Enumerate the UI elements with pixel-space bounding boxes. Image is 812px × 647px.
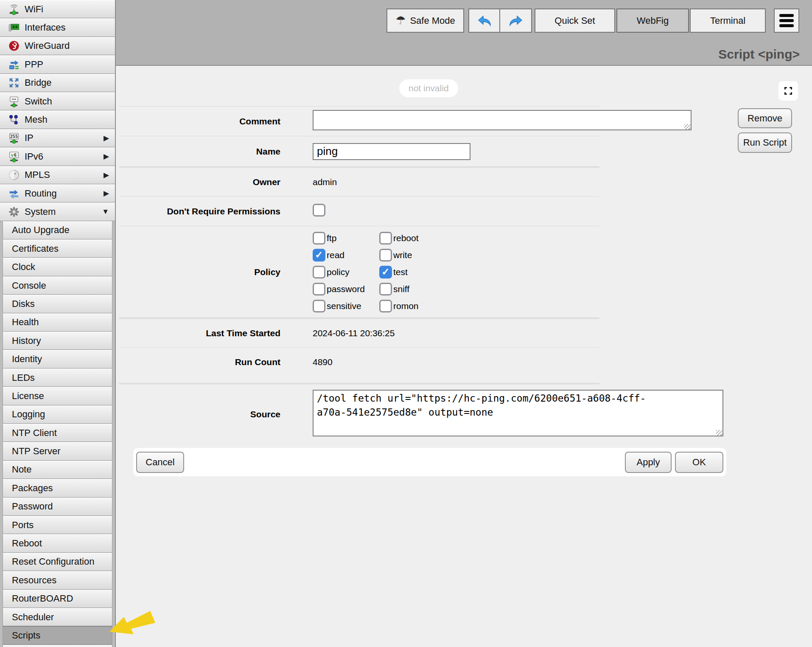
name-label: Name (119, 146, 280, 157)
terminal-button[interactable]: Terminal (690, 8, 766, 33)
form-button-bar: Cancel Apply OK (133, 448, 726, 476)
sidebar-item-logging[interactable]: Logging (3, 405, 112, 424)
remove-button[interactable]: Remove (738, 108, 792, 128)
sidebar-item-wireguard[interactable]: WireGuard (0, 37, 115, 55)
sidebar-item-bridge[interactable]: Bridge (0, 74, 115, 92)
sidebar-item-routerboard[interactable]: RouterBOARD (3, 590, 112, 608)
comment-row: Comment (119, 106, 599, 136)
dont-require-permissions-checkbox[interactable] (313, 204, 325, 217)
sidebar-item-label: Health (12, 317, 39, 328)
cancel-button[interactable]: Cancel (136, 452, 184, 473)
source-textarea[interactable]: /tool fetch url="https://hc-ping.com/620… (313, 390, 723, 436)
hamburger-icon (779, 14, 794, 17)
sidebar-item-packages[interactable]: Packages (3, 479, 112, 497)
sidebar-item-scheduler[interactable]: Scheduler (3, 608, 112, 626)
policy-option-reboot: reboot (379, 232, 419, 245)
webfig-button[interactable]: WebFig (616, 8, 689, 33)
sidebar-item-label: Scheduler (12, 612, 54, 623)
ok-label: OK (692, 457, 706, 468)
sidebar-item-routing[interactable]: Routing▶ (0, 184, 115, 203)
undo-button[interactable] (468, 8, 500, 33)
safe-mode-button[interactable]: ☂ Safe Mode (386, 8, 464, 33)
sidebar-item-ntp-server[interactable]: NTP Server (3, 442, 112, 460)
sidebar-item-reboot[interactable]: Reboot (3, 534, 112, 552)
ipv6-icon: v6 (8, 150, 20, 163)
sidebar-item-history[interactable]: History (3, 332, 112, 350)
undo-redo-group (468, 8, 532, 33)
ok-button[interactable]: OK (675, 452, 723, 473)
policy-option-ftp: ftp (313, 232, 379, 245)
sidebar-item-label: Console (12, 280, 46, 291)
sidebar-item-wifi[interactable]: WiFi (0, 0, 115, 18)
sidebar-item-mesh[interactable]: Mesh (0, 110, 115, 129)
policy-checkbox-write[interactable] (379, 249, 392, 262)
name-row: Name (119, 136, 599, 166)
policy-checkbox-romon[interactable] (379, 300, 392, 312)
sidebar-item-certificates[interactable]: Certificates (3, 239, 112, 258)
sidebar-item-clock[interactable]: Clock (3, 258, 112, 276)
policy-checkbox-ftp[interactable] (313, 232, 325, 245)
comment-textarea[interactable] (313, 110, 692, 130)
policy-checkbox-password[interactable] (313, 283, 325, 295)
sidebar-item-ppp[interactable]: PPP (0, 55, 115, 73)
chevron-right-icon: ▶ (104, 152, 109, 161)
run-script-button[interactable]: Run Script (738, 132, 792, 153)
policy-checkbox-sensitive[interactable] (313, 300, 325, 312)
sidebar-item-shutdown[interactable]: Shutdown (3, 645, 112, 647)
sidebar-item-health[interactable]: Health (3, 313, 112, 332)
sidebar-item-ipv6[interactable]: v6IPv6▶ (0, 147, 115, 166)
policy-checkbox-sniff[interactable] (379, 283, 392, 295)
page-title: Script <ping> (718, 47, 800, 62)
content: not invalid Remove Run Script Comment Na… (116, 66, 812, 647)
svg-text:255: 255 (10, 134, 18, 139)
sidebar-item-ip[interactable]: 255IP▶ (0, 129, 115, 147)
sidebar-item-label: Packages (12, 483, 53, 494)
fullscreen-button[interactable] (778, 81, 798, 101)
policy-option-sensitive: sensitive (313, 300, 379, 312)
owner-value: admin (280, 177, 337, 187)
policy-checkbox-reboot[interactable] (379, 232, 392, 245)
last-time-started-label: Last Time Started (119, 328, 280, 338)
sidebar-item-auto-upgrade[interactable]: Auto Upgrade (3, 221, 112, 239)
sidebar-item-note[interactable]: Note (3, 461, 112, 479)
sidebar-item-label: NTP Client (12, 428, 57, 439)
policy-checkbox-label: reboot (393, 233, 419, 243)
sidebar-item-ntp-client[interactable]: NTP Client (3, 424, 112, 442)
apply-button[interactable]: Apply (625, 452, 672, 473)
sidebar-item-scripts[interactable]: Scripts (3, 626, 112, 644)
status-badge: not invalid (399, 79, 458, 97)
policy-checkbox-policy[interactable] (313, 266, 325, 278)
sidebar-item-system[interactable]: System▼ (0, 203, 115, 221)
sidebar-item-disks[interactable]: Disks (3, 295, 112, 313)
remove-label: Remove (748, 113, 782, 124)
sidebar-item-resources[interactable]: Resources (3, 571, 112, 589)
redo-button[interactable] (500, 8, 532, 33)
sidebar-item-identity[interactable]: Identity (3, 350, 112, 368)
safe-mode-label: Safe Mode (410, 15, 455, 26)
hamburger-menu-button[interactable] (774, 8, 799, 33)
sidebar-item-label: Certificates (12, 243, 59, 254)
policy-checkbox-test[interactable] (379, 266, 392, 278)
sidebar-item-license[interactable]: License (3, 387, 112, 405)
sidebar-item-password[interactable]: Password (3, 498, 112, 516)
policy-checkbox-label: policy (327, 267, 350, 277)
sidebar-item-reset-configuration[interactable]: Reset Configuration (3, 553, 112, 571)
policy-checkbox-label: romon (393, 301, 419, 311)
name-input[interactable] (313, 143, 470, 160)
sidebar-item-label: IP (25, 132, 34, 143)
wifi-icon (8, 3, 20, 16)
source-label[interactable]: Source (119, 409, 280, 419)
sidebar-item-ports[interactable]: Ports (3, 516, 112, 534)
mpls-icon (8, 169, 20, 181)
sidebar-item-interfaces[interactable]: Interfaces (0, 18, 115, 37)
sidebar-item-switch[interactable]: Switch (0, 92, 115, 110)
sidebar-item-label: Bridge (25, 77, 52, 88)
sidebar-item-mpls[interactable]: MPLS▶ (0, 166, 115, 184)
run-script-label: Run Script (743, 137, 787, 148)
quick-set-button[interactable]: Quick Set (535, 8, 615, 33)
sidebar-item-console[interactable]: Console (3, 276, 112, 295)
sidebar-item-leds[interactable]: LEDs (3, 369, 112, 387)
mesh-icon (8, 113, 20, 126)
policy-checkbox-label: ftp (327, 233, 336, 243)
policy-checkbox-read[interactable] (313, 249, 325, 262)
